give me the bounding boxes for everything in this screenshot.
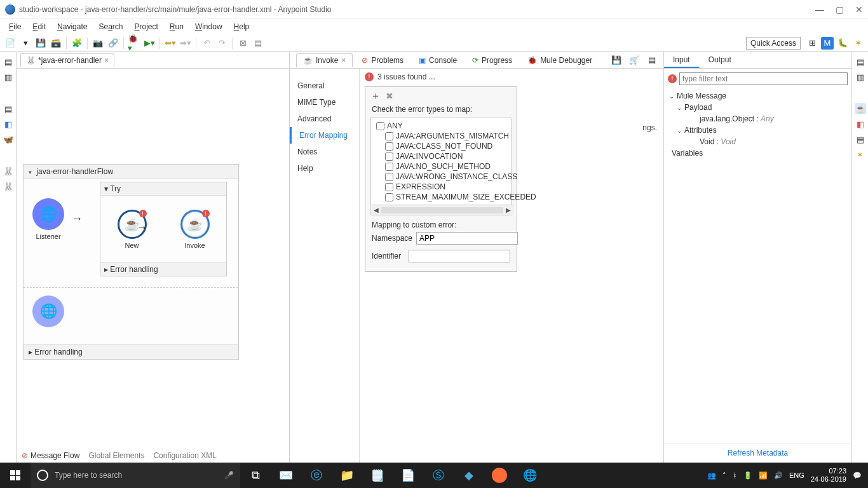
stop-icon[interactable]: ⊠	[236, 37, 249, 50]
horizontal-scrollbar[interactable]: ◀▶	[371, 205, 513, 215]
side-general[interactable]: General	[290, 78, 359, 94]
side-advanced[interactable]: Advanced	[290, 111, 359, 127]
collapse-icon[interactable]: ▾	[104, 184, 108, 193]
rail-icon-2[interactable]: ▥	[3, 71, 14, 83]
error-type-checkbox[interactable]	[385, 163, 393, 171]
error-type-row[interactable]: JAVA:NO_SUCH_METHOD	[374, 161, 511, 172]
error-type-checkbox[interactable]	[385, 193, 393, 201]
mule-perspective-icon[interactable]: M	[821, 37, 834, 50]
rail-icon-r3[interactable]: ☕	[855, 103, 866, 114]
menu-file[interactable]: File	[4, 20, 26, 33]
try-error-handling[interactable]: ▸ Error handling	[100, 262, 226, 276]
rail-icon-1[interactable]: ▤	[3, 56, 14, 67]
error-type-row[interactable]: STREAM_MAXIMUM_SIZE_EXCEEDED	[374, 192, 511, 202]
side-error-mapping[interactable]: Error Mapping	[290, 127, 359, 144]
side-help[interactable]: Help	[290, 160, 359, 177]
new-icon[interactable]: 📄	[4, 37, 17, 50]
menu-run[interactable]: Run	[165, 20, 189, 33]
quick-access[interactable]: Quick Access	[746, 37, 801, 50]
link-icon[interactable]: 🔗	[107, 37, 119, 50]
flow-header[interactable]: ▾ java-error-handlerFlow	[24, 165, 238, 179]
debug-icon[interactable]: 🐞▾	[128, 37, 140, 50]
error-type-row[interactable]: JAVA:CLASS_NOT_FOUND	[374, 141, 511, 151]
tree-mule-message[interactable]: Mule Message	[669, 90, 846, 102]
error-type-checkbox[interactable]	[385, 142, 393, 151]
identifier-input[interactable]	[409, 250, 510, 262]
tree-variables[interactable]: Variables	[669, 147, 846, 159]
collapse-icon[interactable]: ▾	[29, 169, 32, 175]
side-mime-type[interactable]: MIME Type	[290, 94, 359, 111]
cart-icon[interactable]: 🛒	[628, 54, 641, 67]
error-type-checkbox[interactable]	[385, 152, 393, 161]
tab-global-elements[interactable]: Global Elements	[88, 451, 144, 460]
close-icon[interactable]: ×	[341, 56, 346, 65]
error-type-row[interactable]: JAVA:WRONG_INSTANCE_CLASS	[374, 172, 511, 182]
tab-debugger[interactable]: 🐞 Mule Debugger	[521, 54, 599, 67]
tab-console[interactable]: ▣ Console	[412, 54, 463, 67]
minimize-button[interactable]: —	[815, 4, 824, 15]
error-type-checkbox[interactable]	[376, 122, 384, 130]
maximize-button[interactable]: ▢	[836, 4, 844, 15]
error-type-checkbox[interactable]	[385, 132, 393, 140]
menu-window[interactable]: Window	[190, 20, 227, 33]
error-type-checkbox[interactable]	[385, 173, 393, 181]
rail-icon-6[interactable]: 🐰	[3, 165, 14, 177]
dropdown-icon[interactable]: ▾	[19, 37, 32, 50]
error-type-row[interactable]: EXPRESSION	[374, 182, 511, 192]
tree-attributes[interactable]: Attributes	[669, 125, 846, 136]
delete-mapping-button[interactable]: ✖	[384, 91, 395, 101]
close-icon[interactable]: ×	[104, 56, 109, 65]
rail-icon-r5[interactable]: ▤	[855, 133, 866, 145]
editor-tab[interactable]: 🐰 *java-error-handler ×	[20, 53, 114, 67]
menu-search[interactable]: Search	[93, 20, 128, 33]
tree-payload[interactable]: Payload	[669, 102, 846, 113]
run-icon[interactable]: ▶▾	[143, 37, 156, 50]
tab-message-flow[interactable]: Message Flow	[22, 451, 79, 460]
save-view-icon[interactable]: 💾	[610, 54, 623, 67]
error-types-list[interactable]: ANYJAVA:ARGUMENTS_MISMATCHJAVA:CLASS_NOT…	[370, 118, 512, 215]
undo-icon[interactable]: ↶	[200, 37, 213, 50]
response-component[interactable]: 🌐	[32, 295, 64, 327]
debug-perspective-icon[interactable]: 🐛	[836, 37, 849, 50]
tab-progress[interactable]: ⟳ Progress	[466, 54, 519, 67]
menu-edit[interactable]: Edit	[27, 20, 51, 33]
try-scope[interactable]: ▾ Try ☕ ! New →	[100, 182, 227, 276]
menu-project[interactable]: Project	[129, 20, 163, 33]
error-type-row[interactable]: ANY	[374, 121, 511, 131]
rail-icon-4[interactable]: ◧	[3, 118, 14, 130]
side-notes[interactable]: Notes	[290, 144, 359, 160]
rail-icon-5[interactable]: 🦋	[3, 133, 14, 145]
error-type-checkbox[interactable]	[385, 183, 393, 191]
other-perspective-icon[interactable]: ✶	[851, 37, 864, 50]
menu-icon[interactable]: ▤	[646, 54, 658, 67]
tab-config-xml[interactable]: Configuration XML	[153, 451, 216, 460]
listener-component[interactable]: 🌐	[32, 198, 64, 230]
try-header[interactable]: ▾ Try	[100, 182, 226, 196]
camera-icon[interactable]: 📷	[92, 37, 104, 50]
error-type-row[interactable]: JAVA:ARGUMENTS_MISMATCH	[374, 131, 511, 141]
tab-problems[interactable]: ⊘ Problems	[355, 54, 410, 67]
flow-canvas[interactable]: ▾ java-error-handlerFlow 🌐 Listener → ▾ …	[17, 69, 289, 463]
panel-icon[interactable]: ▤	[252, 37, 264, 50]
flow-error-handling[interactable]: ▸ Error handling	[24, 344, 238, 359]
attach-icon[interactable]: 🧩	[71, 37, 83, 50]
back-icon[interactable]: ⬅▾	[164, 37, 177, 50]
forward-icon[interactable]: ➡▾	[179, 37, 192, 50]
rail-icon-r6[interactable]: ✶	[855, 149, 866, 160]
menu-help[interactable]: Help	[229, 20, 255, 33]
redo-icon[interactable]: ↷	[215, 37, 228, 50]
expand-icon[interactable]: ▸	[29, 348, 32, 356]
invoke-component[interactable]: ☕ !	[180, 210, 210, 239]
tab-input[interactable]: Input	[664, 52, 700, 68]
rail-icon-r2[interactable]: ▥	[855, 71, 866, 83]
save-icon[interactable]: 💾	[34, 37, 47, 50]
tab-invoke[interactable]: ☕ Invoke ×	[296, 53, 353, 67]
rail-icon-r1[interactable]: ▤	[855, 56, 866, 67]
expand-icon[interactable]: ▸	[104, 265, 108, 274]
add-mapping-button[interactable]: ＋	[370, 91, 381, 101]
refresh-metadata-link[interactable]: Refresh Metadata	[664, 443, 851, 463]
menu-navigate[interactable]: Navigate	[52, 20, 92, 33]
flow-container[interactable]: ▾ java-error-handlerFlow 🌐 Listener → ▾ …	[23, 164, 239, 360]
tab-output[interactable]: Output	[700, 52, 741, 68]
save-all-icon[interactable]: 🗃️	[50, 37, 62, 50]
